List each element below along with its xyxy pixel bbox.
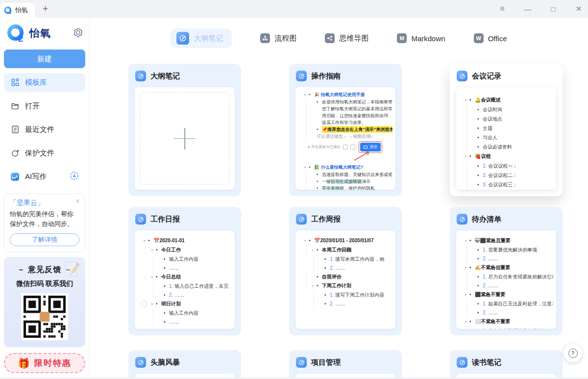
tab-label: 大纲笔记 [194, 34, 223, 43]
bullet-icon: • [469, 189, 475, 190]
collapse-triangle-icon: ▼ [464, 152, 469, 161]
collapse-triangle-icon: ▼ [464, 291, 469, 300]
minimize-icon[interactable]: — [522, 5, 533, 13]
outline-note-icon [457, 71, 467, 81]
tab-label: Office [488, 34, 507, 43]
svg-text:2: 2 [18, 33, 24, 43]
svg-text:2: 2 [9, 10, 12, 14]
promo-body: 怡氧的完美伴侣，帮你保护文件，自动同步。 [10, 209, 79, 229]
outline-row: ▼•✍️不紧急但重要 [459, 263, 553, 273]
screen-icon [364, 146, 368, 149]
sidebar-item-open[interactable]: 打开 [4, 97, 85, 115]
bullet-icon: • [164, 318, 169, 327]
outline-row: •与会人 [459, 133, 553, 142]
outline-text: …… [169, 318, 179, 327]
outline-text: 📗 什么是怡氧大纲笔记? [314, 164, 363, 171]
document-icon [10, 125, 20, 134]
tab-office[interactable]: WOffice [474, 33, 507, 43]
outline-row: ▼•⬜不紧急不重要 [459, 317, 553, 327]
outline-row: •2.…… [298, 264, 392, 273]
outline-row: •1.如果自己无法及时处理，注意与任 [459, 300, 553, 308]
template-card-todo-list[interactable]: 待办清单 ▼•😺⬛紧急且重要•1.需要最优先解决的事项•2.……▼•✍️不紧急但… [450, 207, 563, 335]
bullet-icon: • [317, 126, 322, 133]
bullet-icon: • [469, 152, 475, 161]
bullet-icon: • [477, 133, 483, 142]
bullet-icon: • [317, 171, 322, 178]
outline-text: 明日计划 [161, 300, 181, 308]
sidebar-item-ai-writing[interactable]: AI写作 [4, 167, 85, 186]
bullet-icon: • [309, 91, 314, 98]
maximize-icon[interactable]: □ [548, 5, 559, 13]
outline-row: •1.输入自己工作进度，未完 [138, 282, 232, 291]
template-card-meeting-notes[interactable]: 会议记录 ▼•🔔会议概述•会议时间•会议地点•主题•与会人•会议必读资料▼•🍓议… [450, 64, 563, 196]
outline-text: ⬜不紧急不重要 [475, 317, 510, 326]
close-icon[interactable]: ✕ [75, 198, 80, 205]
question-mark-icon: ? [568, 349, 578, 358]
template-card-user-guide[interactable]: 操作指南 ▼•🎉 怡氧大纲笔记使用手册•欢迎使用怡氧大纲笔记，本指南将带您了解怡… [289, 64, 402, 196]
sidebar-item-protected-files[interactable]: 保护文件 [4, 144, 85, 162]
limited-offer-button[interactable]: 🎁 限时特惠 [4, 353, 85, 373]
window-tab[interactable]: 2 怡氧 [0, 3, 35, 18]
menu-icon[interactable]: ≡ [497, 4, 508, 13]
template-card-daily-report[interactable]: 工作日报 ▼•📅2020-01-01▼•今日工作•输入工作内容•……▼•今日总结… [128, 207, 241, 335]
outline-row: •一键自动生成放映级演示 [298, 178, 392, 185]
tab-markdown[interactable]: MMarkdown [397, 33, 445, 43]
collapse-triangle-icon: ▼ [150, 273, 156, 282]
sidebar-item-recent-files[interactable]: 最近文件 [4, 120, 85, 139]
help-button[interactable]: ? [564, 344, 582, 362]
nutstore-promo-card: ✕ 「坚果云」 怡氧的完美伴侣，帮你保护文件，自动同步。 了解详情 [4, 194, 85, 252]
bullet-icon: • [317, 273, 322, 281]
bullet-icon: • [469, 290, 475, 299]
bullet-icon: • [148, 236, 153, 245]
bullet-icon: • [477, 327, 483, 329]
bullet-icon: • [317, 185, 322, 190]
template-card-reading-notes[interactable]: 读书笔记 ▼•📘书名 [450, 350, 563, 379]
new-tab-button[interactable]: + [43, 3, 48, 14]
collapse-triangle-icon: ▼ [303, 237, 309, 246]
download-icon[interactable] [70, 171, 79, 182]
bullet-icon: • [317, 281, 322, 290]
close-icon[interactable]: ✕ [573, 4, 584, 13]
tab-mindmap[interactable]: 思维导图 [325, 33, 368, 43]
bullet-icon: • [324, 291, 330, 300]
outline-text: 会议必读资料 [483, 142, 512, 152]
sidebar-item-templates[interactable]: 模板库 [4, 73, 85, 92]
outline-text: ⬛紧急不重要 [475, 290, 505, 299]
tab-flowchart[interactable]: 流程图 [260, 33, 296, 43]
plus-icon [174, 128, 196, 150]
tab-outline-notes[interactable]: 大纲笔记 [171, 28, 232, 48]
template-card-outline-note[interactable]: 大纲笔记 [128, 64, 241, 196]
outline-text: 本周工作回顾 [322, 246, 351, 254]
outline-text: 🔔会议概述 [475, 95, 500, 104]
sidebar-item-label: 打开 [25, 101, 40, 111]
mindmap-icon [325, 33, 335, 43]
outline-note-icon [296, 71, 307, 81]
outline-row: ▼•🎉 怡氧大纲笔记使用手册 [298, 91, 392, 99]
template-card-weekly-report[interactable]: 工作周报 ▼•📅2020/01/01 - 2020/01/07▼•本周工作回顾•… [289, 207, 402, 335]
drag-handle-icon: ⋯ [141, 301, 147, 307]
outline-text: 🍓议程 [475, 152, 490, 161]
outline-text: …… [488, 308, 498, 317]
template-card-brainstorm[interactable]: 头脑风暴 ▼•💡讨论主题 [128, 350, 241, 379]
notepad-pencil-icon: 📝 [65, 262, 80, 277]
template-category-tabs: 大纲笔记流程图思维导图MMarkdownWOffice [90, 28, 588, 48]
bullet-icon: • [164, 264, 169, 273]
outline-row: ▼•📅2020-01-01 [138, 236, 232, 246]
new-document-button[interactable]: 新建 [4, 50, 85, 68]
gear-icon[interactable] [73, 27, 83, 40]
promo-title: 「坚果云」 [10, 199, 79, 207]
guide-demo-callout: ⊘ 所有更改均已保存 演示 [307, 141, 392, 161]
outline-row: ▼•今日工作 [138, 246, 232, 255]
learn-more-button[interactable]: 了解详情 [10, 233, 79, 246]
template-card-project-management[interactable]: 项目管理 ▼•📋项目管理 [289, 350, 402, 379]
bullet-icon: • [477, 281, 483, 290]
bullet-icon: • [317, 99, 322, 105]
blank-note-area[interactable] [135, 87, 235, 190]
outline-row: ▼•⬛紧急不重要 [459, 290, 553, 300]
sidebar: 2 怡氧 新建 模板库 [0, 18, 90, 379]
save-icon [343, 145, 348, 150]
outline-text: 会议议程三： [488, 180, 517, 189]
outline-text: 在有余力时解决其中的任务 [488, 327, 547, 329]
outline-row: •输入工作内容 [138, 255, 232, 264]
outline-text: 会议地点 [483, 114, 502, 124]
